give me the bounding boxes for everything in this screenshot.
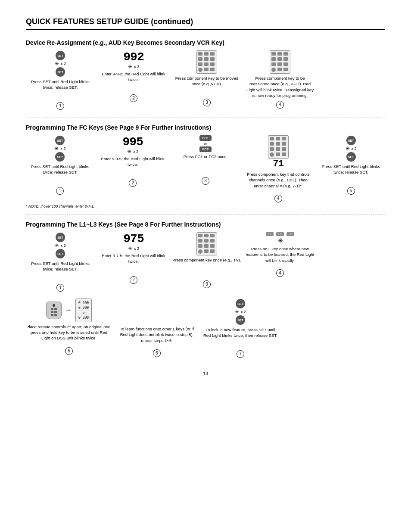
step3-num: 3	[203, 99, 211, 106]
section2-note: * NOTE: If over 100 channels, enter 0-7-…	[26, 204, 385, 208]
set-button-bottom: SET	[56, 67, 65, 77]
section1-title: Device Re-Assignment (e.g., AUD Key Beco…	[26, 39, 385, 46]
s3-sun2: ✳	[128, 246, 132, 251]
section1-step2: 992 ✳ x 2 Enter 9-9-2; the Red Light wil…	[99, 50, 168, 102]
s3-step1-num: 1	[56, 284, 64, 292]
section2-step1: SET ✳ x 2 SET Press SET until Red Light …	[26, 135, 94, 195]
s2-step3-num: 3	[202, 177, 209, 185]
s2-sun1: ✳	[54, 146, 59, 151]
digits-71: 71	[273, 159, 283, 169]
page-title: QUICK FEATURES SETUP GUIDE (continued)	[26, 17, 385, 30]
s3-sun4: ✳	[277, 237, 283, 244]
s3-sun1: ✳	[55, 243, 59, 248]
s2-set-top: SET	[55, 136, 65, 145]
dss-display: 0 0000 000↺0 000	[75, 299, 92, 322]
s3-set7-bottom: SET	[236, 315, 245, 325]
fc2-btn: FC2	[199, 146, 212, 152]
s3-step6-num: 6	[153, 349, 161, 357]
s2-set5-bottom: SET	[346, 152, 356, 162]
section1-step1: SET ✳ x 2 SET Press SET until Red Light …	[26, 50, 95, 110]
s2-step3-text: Press FC1 or FC2 once.	[184, 154, 227, 174]
dss-display-group: 0 0000 000↺0 000	[75, 299, 92, 322]
digits-995: 995	[122, 136, 143, 148]
s3-step1-diagram: SET ✳ x 2 SET	[55, 232, 66, 259]
s3-set1-top: SET	[56, 233, 65, 242]
digits-975: 975	[123, 233, 143, 245]
section2-step4: 71 Press component key that controls cha…	[244, 135, 312, 202]
page-number: 13	[26, 371, 385, 376]
section-fc-keys: Programming The FC Keys (See Page 9 For …	[26, 124, 385, 215]
s3-step1-text: Press SET until Red Light blinks twice; …	[26, 261, 95, 281]
section2-steps: SET ✳ x 2 SET Press SET until Red Light …	[26, 135, 385, 202]
or-label: or	[204, 142, 207, 146]
fc-keys-diagram: FC1 or FC2	[199, 135, 212, 152]
section3-step7: SET ✳ x 2 SET To lock in new feature, pr…	[202, 299, 279, 358]
s3-step2-text: Enter 9-7-5; the Red Light will blink tw…	[99, 253, 168, 274]
step3-text: Press component key to be moved once (e.…	[172, 75, 241, 96]
step1-text: Press SET until Red Light blinks twice; …	[26, 79, 95, 100]
s3-step3-text: Press component key once (e.g., TV).	[172, 257, 241, 278]
s3-step4-num: 4	[276, 269, 284, 277]
section3-step4: L1 L2 L3 ✳ Press an L key once where new…	[246, 232, 314, 277]
sun-icon2: ✳	[128, 64, 132, 69]
set-button-top: SET	[56, 51, 65, 60]
remote-lens	[53, 304, 55, 307]
section-device-reassignment: Device Re-Assignment (e.g., AUD Key Beco…	[26, 39, 385, 118]
s3-set7-top: SET	[236, 299, 245, 308]
s3-step5-text: Place remote controls 2" apart; on origi…	[26, 324, 112, 345]
fc1-btn: FC1	[199, 135, 212, 141]
section2-step2: 995 ✳ x 2 Enter 9-9-5; the Red Light wil…	[99, 135, 167, 187]
s3-step5-num: 5	[65, 347, 73, 355]
s3-step7-text: To lock in new feature, press SET until …	[202, 327, 279, 348]
remote-buttons	[51, 308, 57, 316]
section3-steps-bottom: → 0 0000 000↺0 000 Place remote controls…	[26, 299, 385, 358]
section2-title: Programming The FC Keys (See Page 9 For …	[26, 124, 385, 131]
sun-icon: ✳	[55, 61, 59, 66]
section3-steps-top: SET ✳ x 2 SET Press SET until Red Light …	[26, 232, 385, 292]
section2-step3: FC1 or FC2 Press FC1 or FC2 once. 3	[171, 135, 240, 185]
s2-step1-text: Press SET until Red Light blinks twice; …	[26, 164, 94, 184]
keypad-tv	[196, 232, 217, 255]
s3-step3-num: 3	[203, 280, 211, 288]
s3-sun7: ✳	[235, 309, 239, 314]
keypad-aud	[270, 50, 290, 74]
section-l1-l3-keys: Programming The L1~L3 Keys (See Page 8 F…	[26, 221, 385, 358]
step4-num: 4	[276, 101, 284, 109]
section2-step5: SET ✳ x 2 SET Press SET until Red Light …	[317, 135, 385, 195]
l1-key: L1	[266, 232, 274, 236]
s3-step7-num: 7	[237, 350, 244, 358]
step4-text: Press component key to be reassigned onc…	[246, 75, 314, 98]
s3-step5-diagram: → 0 0000 000↺0 000	[46, 299, 92, 322]
s3-step4-text: Press an L key once where new feature is…	[246, 246, 314, 267]
step3-diagram	[196, 50, 217, 74]
section3-step3: Press component key once (e.g., TV). 3	[172, 232, 241, 288]
x2-label2: x 2	[134, 65, 139, 69]
keypad-vcr	[196, 50, 217, 74]
step1-num: 1	[56, 102, 64, 110]
s2-step4-diagram: 71	[268, 135, 289, 170]
section3-title: Programming The L1~L3 Keys (See Page 8 F…	[26, 221, 385, 228]
s3-step7-diagram: SET ✳ x 2 SET	[235, 299, 246, 325]
s2-set-bottom: SET	[55, 152, 65, 162]
l3-key: L3	[286, 232, 294, 236]
s3-set1-bottom: SET	[56, 249, 65, 258]
section1-steps: SET ✳ x 2 SET Press SET until Red Light …	[26, 50, 385, 110]
s3-step2-diagram: 975 ✳ x 2	[123, 232, 143, 251]
s2-set5-top: SET	[346, 136, 356, 145]
s2-step5-text: Press SET until Red Light blinks twice; …	[317, 164, 385, 184]
section3-step5: → 0 0000 000↺0 000 Place remote controls…	[26, 299, 112, 355]
arrow-icon: →	[65, 306, 72, 314]
s2-step5-diagram: SET ✳ x 2 SET	[346, 135, 357, 162]
section1-step3: Press component key to be moved once (e.…	[172, 50, 241, 106]
s2-step2-num: 2	[129, 179, 137, 187]
s2-step4-num: 4	[274, 195, 282, 202]
remote-controls-diagram: → 0 0000 000↺0 000	[46, 299, 92, 322]
s3-step6-text: To learn functions onto other L keys (or…	[118, 326, 196, 347]
s2-sun5: ✳	[346, 146, 350, 151]
s2-step3-diagram: FC1 or FC2	[199, 135, 212, 152]
section3-step2: 975 ✳ x 2 Enter 9-7-5; the Red Light wil…	[99, 232, 168, 284]
step1-diagram: SET ✳ x 2 SET	[55, 50, 66, 77]
step2-text: Enter 9-9-2; the Red Light will blink tw…	[99, 71, 168, 92]
s2-step2-diagram: 995 ✳ x 2	[122, 135, 143, 154]
section3-step1: SET ✳ x 2 SET Press SET until Red Light …	[26, 232, 95, 292]
